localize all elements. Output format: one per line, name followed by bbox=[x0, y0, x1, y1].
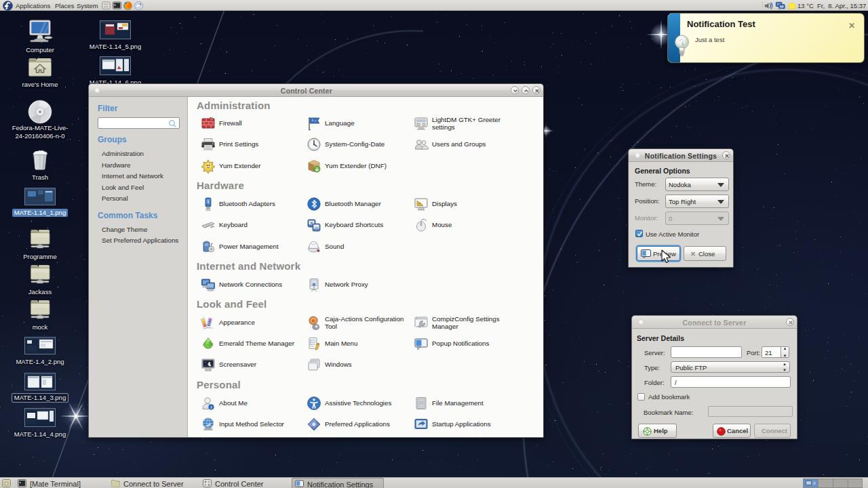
svg-text:Ctrl: Ctrl bbox=[315, 226, 319, 229]
